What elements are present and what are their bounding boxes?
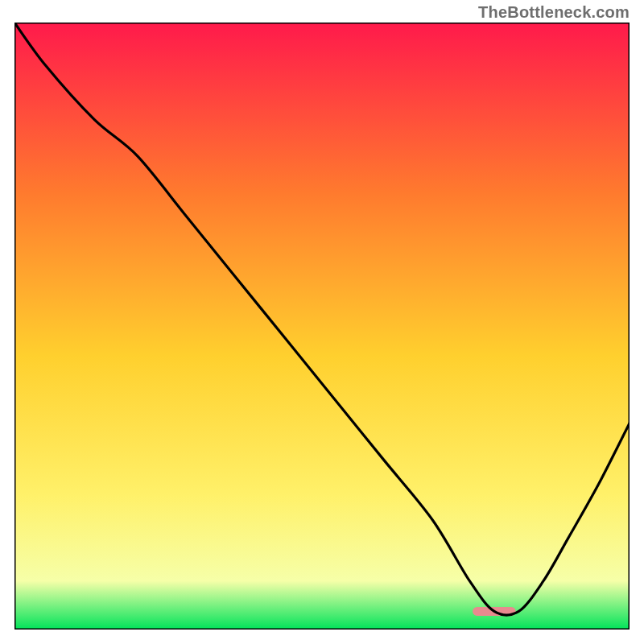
bottleneck-chart <box>14 23 630 630</box>
gradient-background <box>14 23 630 630</box>
chart-container: TheBottleneck.com <box>0 0 644 644</box>
watermark-label: TheBottleneck.com <box>478 3 630 22</box>
